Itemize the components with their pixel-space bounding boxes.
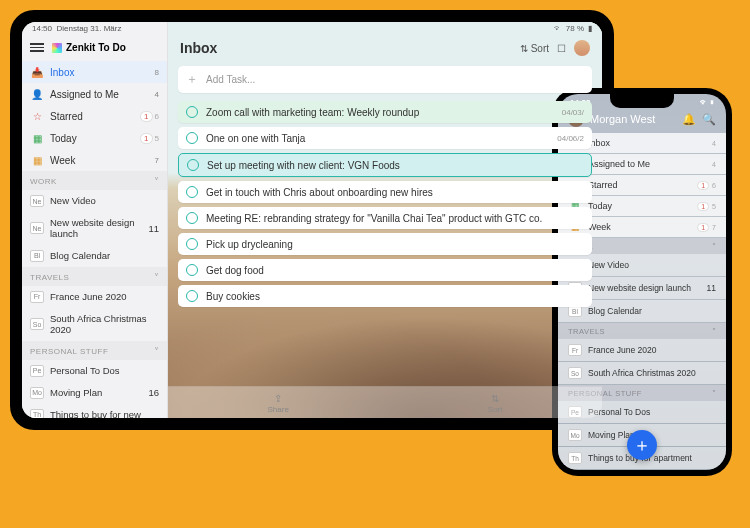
task-row[interactable]: Pick up drycleaning [178,233,592,255]
task-text: Zoom call with marketing team: Weekly ro… [206,107,562,118]
list-tag: Th [568,452,582,464]
sidebar-item-assigned-to-me[interactable]: 👤Assigned to Me4 [22,83,167,105]
list-label: Moving Plan [50,387,148,398]
sidebar-item-inbox[interactable]: 📥Inbox8 [22,61,167,83]
refresh-icon[interactable]: ☐ [557,43,566,54]
badge-count: 4 [712,161,716,168]
search-icon[interactable]: 🔍 [702,113,716,126]
list-label: South Africa Christmas 2020 [588,368,716,378]
task-checkbox[interactable] [186,264,198,276]
section-title: TRAVELS [568,327,605,336]
task-checkbox[interactable] [186,106,198,118]
list-label: Things to buy for new [50,409,159,418]
sidebar-item-label: Assigned to Me [50,89,153,100]
sidebar-section-travels[interactable]: TRAVELS˅ [22,267,167,286]
task-row[interactable]: Meeting RE: rebranding strategy for "Van… [178,207,592,229]
badge-count: 5 [712,203,716,210]
section-title: WORK [30,177,57,186]
task-row[interactable]: Set up meeting with new client: VGN Food… [178,153,592,177]
sidebar-item-starred[interactable]: ☆Starred16 [22,105,167,127]
task-checkbox[interactable] [187,159,199,171]
sidebar-list-item[interactable]: BlBlog Calendar [22,245,167,267]
sidebar-section-work[interactable]: WORK˅ [22,171,167,190]
status-time: 14:50 [32,24,52,33]
list-tag: Ne [30,222,44,234]
task-checkbox[interactable] [186,212,198,224]
badge-alert: 1 [697,223,709,232]
list-label: Personal To Dos [50,365,159,376]
sidebar-list-item[interactable]: SoSouth Africa Christmas 2020 [22,308,167,341]
sidebar-list-item[interactable]: NeNew website design launch11 [22,212,167,245]
tablet-frame: 14:50 Dienstag 31. März ᯤ78 %▮ Zenkit To… [10,10,614,430]
chevron-down-icon: ˅ [154,346,160,357]
badge-count: 6 [155,112,159,121]
task-checkbox[interactable] [186,290,198,302]
badge-alert: 1 [140,111,152,122]
task-row[interactable]: Buy cookies [178,285,592,307]
task-row[interactable]: Zoom call with marketing team: Weekly ro… [178,101,592,123]
page-title: Inbox [180,40,217,56]
sidebar-item-week[interactable]: ▦Week7 [22,149,167,171]
sidebar-item-label: Starred [50,111,138,122]
badge-count: 6 [712,182,716,189]
list-label: New website design launch [50,217,148,240]
list-tag: Mo [30,387,44,399]
task-date: 04/03/ [562,108,584,117]
add-task-placeholder: Add Task... [206,74,584,85]
sidebar-section-personal-stuff[interactable]: PERSONAL STUFF˅ [22,341,167,360]
footer-sort[interactable]: ⇅Sort [488,393,503,414]
list-tag: So [568,367,582,379]
phone-item-label: Today [588,201,695,211]
sidebar-list-item[interactable]: MoMoving Plan16 [22,382,167,404]
task-text: Meeting RE: rebranding strategy for "Van… [206,213,584,224]
footer-share[interactable]: ⇪Share [267,393,288,414]
task-checkbox[interactable] [186,238,198,250]
bell-icon[interactable]: 🔔 [682,113,696,126]
add-task-row[interactable]: ＋ Add Task... [178,66,592,93]
badge-count: 7 [712,224,716,231]
chevron-down-icon: ˅ [154,272,160,283]
task-checkbox[interactable] [186,132,198,144]
list-label: Personal To Dos [588,407,716,417]
badge-count: 4 [155,90,159,99]
list-tag: Fr [568,344,582,356]
task-row[interactable]: One on one with Tanja04/06/2 [178,127,592,149]
sort-icon: ⇅ [491,393,499,404]
list-label: New Video [50,195,159,206]
phone-list-item[interactable]: FrFrance June 2020 [558,339,726,361]
chevron-down-icon: ˅ [712,327,717,336]
task-text: Buy cookies [206,291,584,302]
avatar[interactable] [574,40,590,56]
sidebar-list-item[interactable]: NeNew Video [22,190,167,212]
task-row[interactable]: Get in touch with Chris about onboarding… [178,181,592,203]
menu-icon[interactable] [30,43,44,52]
phone-item-label: Inbox [588,138,709,148]
badge-count: 6 [154,387,159,398]
share-icon: ⇪ [274,393,282,404]
task-text: Set up meeting with new client: VGN Food… [207,160,583,171]
task-checkbox[interactable] [186,186,198,198]
sidebar-item-icon: 📥 [30,66,44,78]
sidebar-list-item[interactable]: PePersonal To Dos [22,360,167,382]
chevron-down-icon: ˅ [712,242,717,251]
sidebar-item-today[interactable]: ▦Today15 [22,127,167,149]
list-tag: So [30,318,44,330]
phone-section-header[interactable]: TRAVELS˅ [558,323,726,339]
sort-button[interactable]: ⇅ Sort [520,43,549,54]
phone-item-label: Week [588,222,695,232]
badge-count: 5 [155,134,159,143]
task-text: Pick up drycleaning [206,239,584,250]
sidebar-list-item[interactable]: FrFrance June 2020 [22,286,167,308]
status-date: Dienstag 31. März [56,24,121,33]
badge-alert: 1 [697,181,709,190]
list-tag: Ne [30,195,44,207]
task-text: Get dog food [206,265,584,276]
task-row[interactable]: Get dog food [178,259,592,281]
phone-list-item[interactable]: SoSouth Africa Christmas 2020 [558,362,726,384]
fab-add-button[interactable]: ＋ [627,430,657,460]
list-tag: Th [30,409,44,418]
section-title: TRAVELS [30,273,69,282]
badge-count: 11 [707,283,716,293]
sidebar-list-item[interactable]: ThThings to buy for new [22,404,167,418]
list-tag: Bl [30,250,44,262]
